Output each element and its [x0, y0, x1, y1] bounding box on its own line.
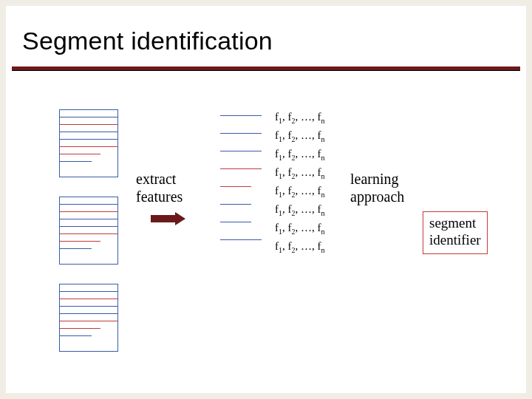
learning-line2: approach	[350, 188, 404, 205]
doc-line	[60, 226, 117, 227]
slide-title: Segment identification	[22, 27, 273, 55]
doc-line	[60, 204, 117, 205]
doc-line	[60, 291, 117, 292]
doc-line	[60, 248, 92, 249]
segid-line2: identifier	[429, 232, 481, 248]
doc-box-3	[59, 284, 118, 352]
extract-features-label: extract features	[136, 170, 183, 205]
feature-vector-row: f1, f2, …, fn	[275, 126, 325, 145]
feature-vector-column: f1, f2, …, fnf1, f2, …, fnf1, f2, …, fnf…	[275, 108, 325, 256]
doc-line	[60, 241, 100, 242]
doc-box-2	[59, 197, 118, 265]
doc-line	[60, 219, 117, 219]
learning-line1: learning	[350, 171, 399, 187]
segment-line	[220, 115, 262, 116]
doc-line	[60, 299, 117, 299]
feature-vector-row: f1, f2, …, fn	[275, 145, 325, 163]
feature-vector-row: f1, f2, …, fn	[275, 200, 325, 219]
segment-line	[220, 239, 262, 240]
doc-line	[60, 161, 92, 162]
doc-line	[60, 233, 117, 234]
title-underline	[12, 66, 520, 71]
feature-vector-row: f1, f2, …, fn	[275, 219, 325, 237]
feature-vector-row: f1, f2, …, fn	[275, 237, 325, 256]
doc-line	[60, 124, 117, 125]
segment-line	[220, 133, 262, 134]
segments-column	[220, 115, 262, 257]
doc-line	[60, 146, 117, 147]
doc-line	[60, 335, 92, 336]
segment-line	[220, 168, 262, 169]
doc-line	[60, 211, 117, 212]
extract-line1: extract	[136, 171, 176, 187]
segment-identifier-box: segment identifier	[423, 211, 488, 254]
arrow-icon	[151, 213, 186, 225]
segment-line	[220, 186, 251, 187]
doc-box-1	[59, 109, 118, 177]
extract-line2: features	[136, 188, 183, 205]
feature-vector-row: f1, f2, …, fn	[275, 163, 325, 182]
doc-line	[60, 132, 117, 132]
doc-line	[60, 321, 117, 321]
doc-line	[60, 328, 100, 329]
feature-vector-row: f1, f2, …, fn	[275, 182, 325, 200]
doc-line	[60, 117, 117, 117]
feature-vector-row: f1, f2, …, fn	[275, 108, 325, 126]
segid-line1: segment	[429, 215, 476, 231]
segment-line	[220, 204, 251, 205]
learning-approach-label: learning approach	[350, 170, 404, 205]
segment-line	[220, 222, 251, 222]
doc-line	[60, 306, 117, 307]
slide-area: Segment identification extract features …	[6, 6, 526, 393]
doc-line	[60, 154, 100, 154]
doc-line	[60, 139, 117, 140]
segment-line	[220, 151, 262, 151]
doc-line	[60, 313, 117, 314]
